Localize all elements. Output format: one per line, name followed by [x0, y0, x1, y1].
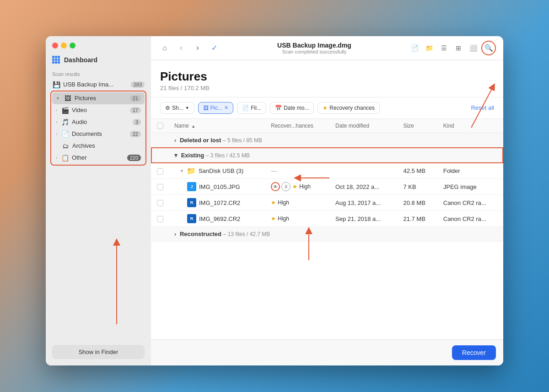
- row-checkbox[interactable]: [157, 216, 163, 222]
- dashboard-icon: [52, 56, 60, 64]
- recovery-column-header[interactable]: Recover...hances: [265, 119, 330, 133]
- pictures-filter-button[interactable]: 🖼 Pic... ✕: [198, 102, 234, 114]
- sidebar: Dashboard Scan results 💾 USB Backup Ima.…: [46, 36, 151, 365]
- forward-button[interactable]: ›: [191, 42, 204, 54]
- archives-icon: 🗂: [61, 142, 70, 150]
- tag-icon[interactable]: #: [281, 182, 291, 191]
- sidebar-item-other-count: 220: [127, 155, 141, 161]
- toolbar-title: USB Backup Image.dmg Scan completed succ…: [224, 42, 404, 54]
- sidebar-item-pictures[interactable]: ▼ 🖼 Pictures 21: [52, 92, 145, 104]
- table-row: ▼ 📁 SanDisk USB (3) — 42.5 MB Folder: [151, 163, 503, 179]
- sidebar-item-archives[interactable]: 🗂 Archives: [52, 140, 145, 152]
- main-content: ⌂ ‹ › ✓ USB Backup Image.dmg Scan comple…: [151, 36, 503, 365]
- toolbar-subtitle: Scan completed successfully: [224, 49, 404, 54]
- recovery-cell-content: 👁 # ★ High: [271, 182, 324, 191]
- show-filter-label: Sh...: [172, 105, 183, 111]
- home-button[interactable]: ⌂: [158, 42, 171, 54]
- preview-icon[interactable]: 👁: [271, 182, 280, 191]
- chevron-icon[interactable]: ▼: [180, 169, 184, 173]
- recovery-chances-filter-button[interactable]: ★ Recovery chances: [318, 102, 380, 114]
- date-column-header[interactable]: Date modified: [330, 119, 398, 133]
- files-filter-button[interactable]: 📄 Fil...: [237, 102, 266, 114]
- name-column-header[interactable]: Name ▲: [169, 119, 265, 133]
- collapsed-toggle-icon[interactable]: ›: [174, 231, 176, 237]
- collapsed-toggle-icon[interactable]: ›: [174, 137, 176, 144]
- sidebar-item-usb-label: USB Backup Ima...: [63, 81, 128, 88]
- reconstructed-group-label: Reconstructed: [180, 231, 221, 237]
- img0105-name-label: IMG_0105.JPG: [199, 183, 240, 190]
- document-view-button[interactable]: 📄: [408, 42, 421, 54]
- img1072-name-label: IMG_1072.CR2: [199, 199, 240, 206]
- recover-button[interactable]: Recover: [452, 345, 496, 360]
- img1072-kind-cell: Canon CR2 ra...: [438, 195, 503, 211]
- pictures-filter-label: Pic...: [210, 105, 223, 111]
- row-checkbox[interactable]: [157, 184, 163, 190]
- date-filter-button[interactable]: 📅 Date mo...: [270, 102, 314, 114]
- date-filter-label: Date mo...: [284, 105, 309, 111]
- row-checkbox[interactable]: [157, 168, 163, 175]
- sidebar-item-video[interactable]: › 🎬 Video 17: [52, 104, 145, 116]
- sidebar-item-documents-label: Documents: [72, 130, 127, 137]
- kind-column-header[interactable]: Kind: [438, 119, 503, 133]
- recovery-cell-content: ★ High: [271, 215, 324, 222]
- check-icon: ✓: [208, 42, 221, 54]
- deleted-group-info: – 5 files / 85 MB: [223, 137, 262, 144]
- img1072-recovery-cell: ★ High: [265, 195, 330, 211]
- deleted-group-row[interactable]: › Deleted or lost – 5 files / 85 MB: [151, 133, 503, 148]
- toolbar-actions: 📄 📁 ☰ ⊞ ⬜ 🔍: [408, 41, 496, 55]
- back-button[interactable]: ‹: [175, 42, 188, 54]
- maximize-button[interactable]: [70, 43, 75, 48]
- folder-view-button[interactable]: 📁: [423, 42, 436, 54]
- sidebar-item-other[interactable]: › 📋 Other 220: [52, 152, 145, 164]
- expanded-toggle-icon[interactable]: ▾: [174, 152, 178, 159]
- cr2-icon: R: [187, 214, 196, 223]
- usb-icon: 💾: [52, 81, 60, 88]
- close-icon[interactable]: ✕: [224, 105, 228, 111]
- sidebar-item-audio[interactable]: › 🎵 Audio 3: [52, 116, 145, 128]
- row-checkbox[interactable]: [157, 200, 163, 206]
- chevron-right-icon: ›: [56, 108, 57, 113]
- page-header: Pictures 21 files / 170.2 MB: [151, 60, 503, 97]
- folder-size-cell: 42.5 MB: [398, 163, 437, 179]
- high-badge: High: [299, 183, 311, 190]
- high-badge: High: [278, 199, 289, 206]
- star-icon: ★: [271, 199, 276, 206]
- sort-arrow-icon: ▲: [191, 124, 195, 129]
- img9692-kind-cell: Canon CR2 ra...: [438, 211, 503, 227]
- reconstructed-group-info: – 13 files / 42.7 MB: [223, 231, 270, 237]
- dashboard-button[interactable]: Dashboard: [46, 53, 151, 69]
- existing-group-row[interactable]: ▾ Existing – 3 files / 42.5 MB: [151, 148, 503, 163]
- size-column-header[interactable]: Size: [398, 119, 437, 133]
- sidebar-highlight-box: ▼ 🖼 Pictures 21 › 🎬 Video 17 › 🎵 Audio: [50, 91, 146, 166]
- folder-recovery-cell: —: [265, 163, 330, 179]
- sidebar-item-pictures-count: 21: [130, 95, 141, 102]
- table-row: R IMG_9692.CR2 ★ High Sep 21, 2018 a... …: [151, 211, 503, 227]
- minimize-button[interactable]: [61, 43, 67, 48]
- img0105-recovery-cell: 👁 # ★ High: [265, 179, 330, 195]
- folder-name-label: SanDisk USB (3): [199, 167, 243, 174]
- img0105-size-cell: 7 KB: [398, 179, 437, 195]
- show-filter-button[interactable]: ⚙ Sh... ▼: [160, 102, 194, 114]
- reset-all-button[interactable]: Reset all: [471, 104, 494, 111]
- search-button[interactable]: 🔍: [481, 41, 496, 55]
- img1072-date-cell: Aug 13, 2017 a...: [330, 195, 398, 211]
- sidebar-item-archives-label: Archives: [72, 142, 141, 149]
- grid-view-button[interactable]: ⊞: [452, 42, 465, 54]
- audio-icon: 🎵: [61, 118, 69, 126]
- show-in-finder-button[interactable]: Show in Finder: [52, 345, 145, 359]
- folder-date-cell: [330, 163, 398, 179]
- sidebar-item-documents[interactable]: › 📄 Documents 22: [52, 128, 145, 140]
- pictures-filter-icon: 🖼: [203, 105, 209, 111]
- img1072-size-cell: 20.8 MB: [398, 195, 437, 211]
- title-bar: [46, 36, 151, 53]
- reconstructed-group-row[interactable]: › Reconstructed – 13 files / 42.7 MB: [151, 227, 503, 242]
- recovery-cell-content: ★ High: [271, 199, 324, 206]
- img9692-name-label: IMG_9692.CR2: [199, 215, 240, 222]
- panel-view-button[interactable]: ⬜: [467, 42, 479, 54]
- bottom-bar: Recover: [151, 339, 503, 365]
- sidebar-item-usb[interactable]: 💾 USB Backup Ima... 283: [48, 79, 148, 91]
- chevron-right-icon: ›: [56, 156, 57, 160]
- list-view-button[interactable]: ☰: [437, 42, 450, 54]
- close-button[interactable]: [52, 43, 58, 48]
- select-all-checkbox-header[interactable]: [151, 119, 169, 133]
